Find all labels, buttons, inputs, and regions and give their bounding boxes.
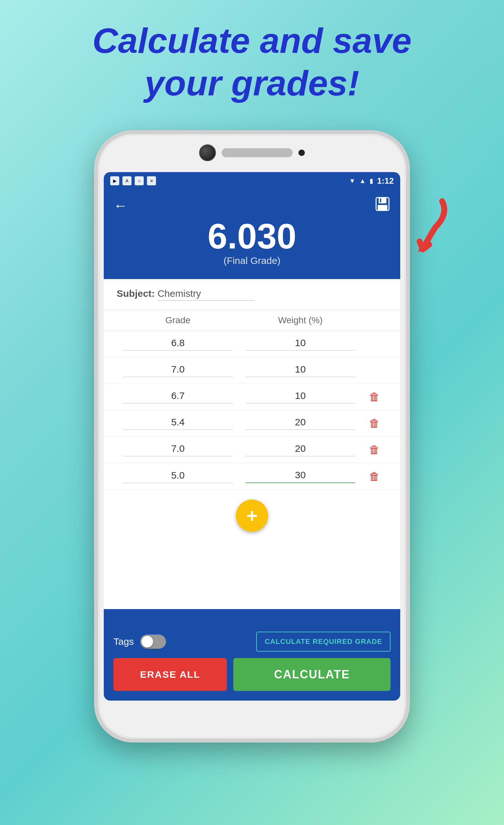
table-row: 6.7 10 🗑	[104, 384, 400, 410]
svg-rect-4	[380, 199, 381, 202]
phone-wrapper: ▶ A ○ ≡ ▼ ▲ ▮ 1:12 ←	[94, 130, 410, 743]
weight-value: 10	[245, 390, 355, 403]
weight-value: 10	[245, 364, 355, 377]
grade-value: 5.0	[123, 470, 233, 483]
table-row: 5.0 30 🗑	[104, 463, 400, 490]
headline-line2: your grades!	[92, 62, 412, 104]
trash-icon: 🗑	[369, 470, 380, 483]
grades-table: Grade Weight (%) 6.8 10 7.0 10	[104, 310, 400, 609]
weight-value: 30	[245, 469, 355, 483]
calculate-required-grade-button[interactable]: CALCULATE REQUIRED GRADE	[256, 631, 390, 652]
grade-label: (Final Grade)	[224, 255, 281, 266]
weight-value: 10	[245, 338, 355, 351]
grade-value: 7.0	[123, 364, 233, 377]
toggle-knob	[141, 636, 153, 648]
tags-label: Tags	[114, 636, 134, 647]
weight-value: 20	[245, 443, 355, 456]
tags-toggle[interactable]	[140, 634, 166, 649]
col-weight-header: Weight (%)	[239, 315, 362, 325]
header-bar: ← 6.030 (Final Grade)	[104, 190, 400, 279]
calculate-button[interactable]: CALCULATE	[233, 658, 390, 691]
camera-area	[199, 144, 305, 161]
subject-label: Subject: Chemistry	[117, 288, 254, 299]
bottom-row2: ERASE ALL CALCULATE	[114, 658, 390, 691]
col-grade-header: Grade	[117, 315, 239, 325]
table-row: 6.8 10	[104, 331, 400, 357]
headline: Calculate and save your grades!	[92, 19, 412, 104]
weight-value: 20	[245, 417, 355, 430]
table-header: Grade Weight (%)	[104, 310, 400, 331]
table-row: 7.0 20 🗑	[104, 437, 400, 463]
status-icons-left: ▶ A ○ ≡	[110, 176, 156, 185]
subject-row: Subject: Chemistry	[104, 279, 400, 310]
a-icon: A	[123, 176, 132, 185]
status-icons-right: ▼ ▲ ▮ 1:12	[349, 176, 394, 186]
trash-icon: 🗑	[369, 417, 380, 430]
grade-display: 6.030	[208, 219, 296, 254]
subject-name: Chemistry	[158, 288, 254, 301]
speaker-grille	[222, 148, 293, 157]
erase-all-button[interactable]: ERASE ALL	[114, 658, 227, 691]
camera-lens	[199, 144, 216, 161]
grade-value: 5.4	[123, 417, 233, 430]
table-row: 7.0 10	[104, 357, 400, 384]
svg-rect-3	[378, 205, 387, 210]
menu-icon: ≡	[147, 176, 156, 185]
back-button[interactable]: ←	[114, 198, 128, 214]
svg-rect-2	[379, 198, 386, 203]
grade-value: 7.0	[123, 443, 233, 456]
headline-line1: Calculate and save	[92, 19, 412, 62]
circle-icon: ○	[135, 176, 144, 185]
content-area: Subject: Chemistry Grade Weight (%) 6.8 …	[104, 279, 400, 700]
wifi-icon: ▼	[349, 177, 355, 185]
add-grade-button[interactable]: +	[236, 500, 268, 532]
status-bar: ▶ A ○ ≡ ▼ ▲ ▮ 1:12	[104, 172, 400, 190]
status-time: 1:12	[377, 176, 394, 186]
battery-icon: ▮	[370, 177, 373, 185]
delete-button[interactable]: 🗑	[362, 417, 387, 430]
red-arrow	[404, 195, 448, 259]
delete-button[interactable]: 🗑	[362, 470, 387, 483]
trash-icon: 🗑	[369, 443, 380, 456]
trash-icon: 🗑	[369, 391, 380, 403]
phone-screen: ▶ A ○ ≡ ▼ ▲ ▮ 1:12 ←	[104, 172, 400, 700]
grade-value: 6.8	[123, 338, 233, 351]
front-camera	[298, 150, 305, 156]
grade-value: 6.7	[123, 390, 233, 403]
signal-icon: ▲	[359, 177, 366, 185]
delete-button[interactable]: 🗑	[362, 443, 387, 456]
header-top-row: ←	[114, 196, 390, 215]
add-btn-container: +	[104, 490, 400, 516]
table-row: 5.4 20 🗑	[104, 410, 400, 437]
bottom-panel: Tags CALCULATE REQUIRED GRADE ERASE ALL …	[104, 609, 400, 700]
tags-section: Tags	[114, 634, 166, 649]
save-button[interactable]	[374, 196, 390, 215]
delete-button[interactable]: 🗑	[362, 391, 387, 403]
play-icon: ▶	[110, 176, 119, 185]
bottom-row1: Tags CALCULATE REQUIRED GRADE	[114, 631, 390, 652]
